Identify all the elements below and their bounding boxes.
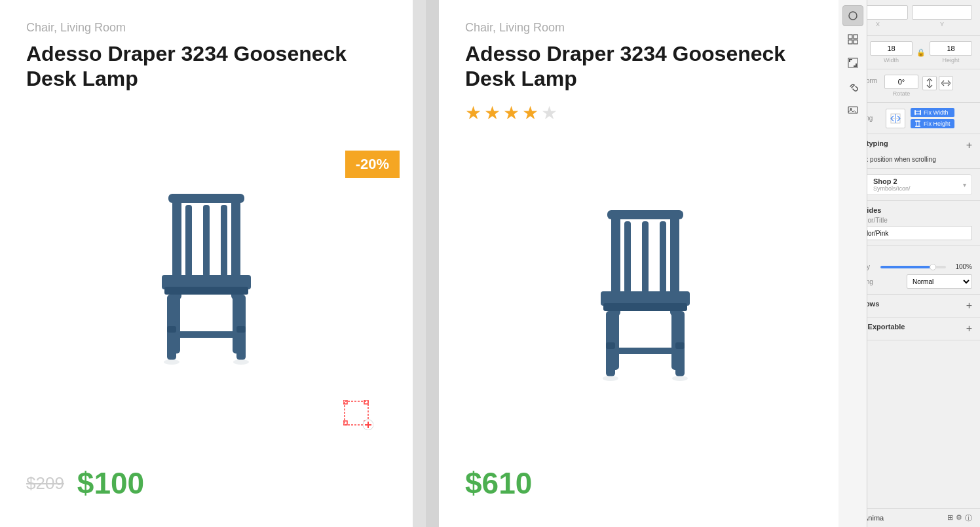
fix-height-button[interactable]: Fix Height xyxy=(911,119,954,128)
category-label-1: Chair, Living Room xyxy=(26,21,386,35)
star-3: ★ xyxy=(503,102,519,124)
svg-point-43 xyxy=(672,376,688,381)
svg-rect-29 xyxy=(607,210,683,219)
tool-resize[interactable] xyxy=(842,52,863,73)
price-original-1: $209 xyxy=(26,473,64,494)
symbol-dropdown-icon: ▾ xyxy=(963,181,966,189)
svg-rect-31 xyxy=(642,221,649,293)
svg-rect-40 xyxy=(606,337,615,370)
svg-rect-32 xyxy=(660,221,666,293)
svg-rect-13 xyxy=(167,321,176,354)
discount-badge-1: -20% xyxy=(345,151,400,178)
anima-grid-icon[interactable]: ⊞ xyxy=(947,513,953,523)
stars-2: ★ ★ ★ ★ ★ xyxy=(465,102,825,124)
product-card-2: Chair, Living Room Adesso Draper 3234 Go… xyxy=(439,0,839,527)
svg-point-46 xyxy=(849,12,857,20)
svg-rect-60 xyxy=(916,121,919,126)
svg-rect-20 xyxy=(343,400,347,404)
opacity-slider[interactable] xyxy=(880,266,946,268)
y-label: Y xyxy=(940,21,944,27)
product-title-2: Adesso Draper 3234 Gooseneck Desk Lamp xyxy=(465,41,825,92)
y-input[interactable] xyxy=(912,5,972,20)
resizing-box[interactable] xyxy=(886,109,905,128)
fix-height-label: Fix Height xyxy=(924,120,951,127)
svg-rect-12 xyxy=(167,331,246,338)
product-title-1: Adesso Draper 3234 Gooseneck Desk Lamp xyxy=(26,41,386,92)
svg-rect-47 xyxy=(848,35,852,39)
tool-grid[interactable] xyxy=(842,29,863,50)
svg-rect-14 xyxy=(236,321,246,354)
make-exportable-add-btn[interactable]: + xyxy=(966,323,972,335)
star-5: ★ xyxy=(541,102,557,124)
svg-rect-4 xyxy=(203,205,210,277)
flip-h-button[interactable] xyxy=(922,76,937,90)
svg-rect-48 xyxy=(854,35,857,39)
star-2: ★ xyxy=(484,102,500,124)
anima-settings-icon[interactable]: ⚙ xyxy=(956,513,962,523)
svg-rect-39 xyxy=(606,348,685,354)
selection-add-icon[interactable] xyxy=(343,400,373,433)
star-1: ★ xyxy=(465,102,481,124)
fix-width-button[interactable]: Fix Width xyxy=(911,108,954,117)
category-label-2: Chair, Living Room xyxy=(465,21,825,35)
star-4: ★ xyxy=(522,102,538,124)
svg-point-42 xyxy=(603,376,618,381)
canvas-area: Chair, Living Room Adesso Draper 3234 Go… xyxy=(0,0,839,527)
tool-circle[interactable] xyxy=(842,5,863,26)
svg-rect-30 xyxy=(624,221,631,293)
x-label: X xyxy=(876,21,880,27)
anima-label: Anima xyxy=(863,514,942,522)
chair-svg-1 xyxy=(128,175,285,372)
svg-rect-50 xyxy=(854,40,857,44)
price-sale-2: $610 xyxy=(465,465,532,501)
svg-point-15 xyxy=(164,359,179,365)
width-label: Width xyxy=(884,57,899,64)
fix-width-label: Fix Width xyxy=(924,109,949,116)
chair-image-2 xyxy=(465,134,825,446)
svg-rect-34 xyxy=(603,303,687,311)
svg-rect-5 xyxy=(221,205,227,277)
symbol-path: Symbols/Icon/ xyxy=(873,185,958,192)
svg-point-16 xyxy=(233,359,249,365)
svg-rect-18 xyxy=(236,326,246,333)
right-panel: X Y Size Width 🔒 Height Transform xyxy=(839,0,980,527)
price-sale-1: $100 xyxy=(77,465,144,501)
svg-rect-22 xyxy=(343,421,347,425)
flip-v-button[interactable] xyxy=(939,76,953,90)
anima-info-icon[interactable]: ⓘ xyxy=(965,513,972,523)
svg-rect-2 xyxy=(168,194,244,203)
svg-rect-17 xyxy=(167,326,176,333)
shadows-add-btn[interactable]: + xyxy=(966,300,972,312)
rotate-label: Rotate xyxy=(893,90,911,97)
price-area-1: $209 $100 xyxy=(26,459,386,501)
svg-rect-49 xyxy=(848,40,852,44)
svg-rect-3 xyxy=(185,205,192,277)
blending-select[interactable]: Normal xyxy=(907,274,972,289)
width-input[interactable] xyxy=(870,41,913,56)
svg-rect-57 xyxy=(915,111,920,114)
fix-scroll-label: Fix position when scrolling xyxy=(859,156,936,163)
height-input[interactable] xyxy=(930,41,972,56)
svg-rect-21 xyxy=(364,400,368,404)
svg-rect-45 xyxy=(675,342,685,349)
card-separator xyxy=(426,0,439,527)
lock-icon: 🔒 xyxy=(916,48,926,57)
product-card-1: Chair, Living Room Adesso Draper 3234 Go… xyxy=(0,0,413,527)
svg-rect-41 xyxy=(675,337,685,370)
tool-link[interactable] xyxy=(842,76,863,97)
prototyping-add-btn[interactable]: + xyxy=(966,139,972,151)
height-label: Height xyxy=(942,57,959,64)
price-area-2: $610 xyxy=(465,459,825,501)
opacity-value: 100% xyxy=(951,263,972,270)
chair-image-1 xyxy=(26,102,386,446)
tool-image[interactable] xyxy=(842,100,863,120)
svg-rect-44 xyxy=(606,342,615,349)
chair-svg-2 xyxy=(567,192,724,388)
rotate-input[interactable] xyxy=(884,75,918,89)
svg-rect-7 xyxy=(164,287,248,295)
symbol-name: Shop 2 xyxy=(873,177,958,185)
